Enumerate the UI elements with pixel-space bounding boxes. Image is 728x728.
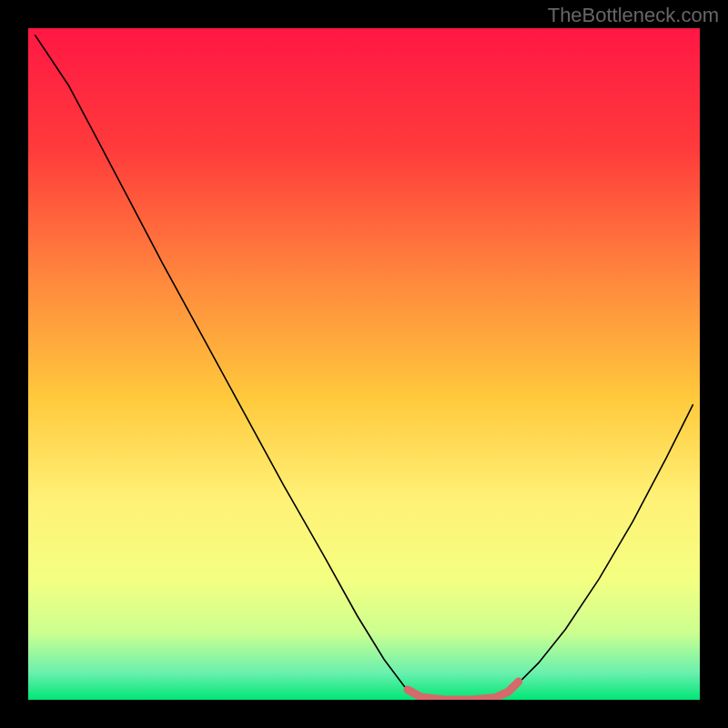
plot-area [28,28,700,700]
gradient-background [28,28,700,700]
watermark-text: TheBottleneck.com [548,4,719,27]
chart-svg [28,28,700,700]
chart-container: TheBottleneck.com [0,0,728,728]
